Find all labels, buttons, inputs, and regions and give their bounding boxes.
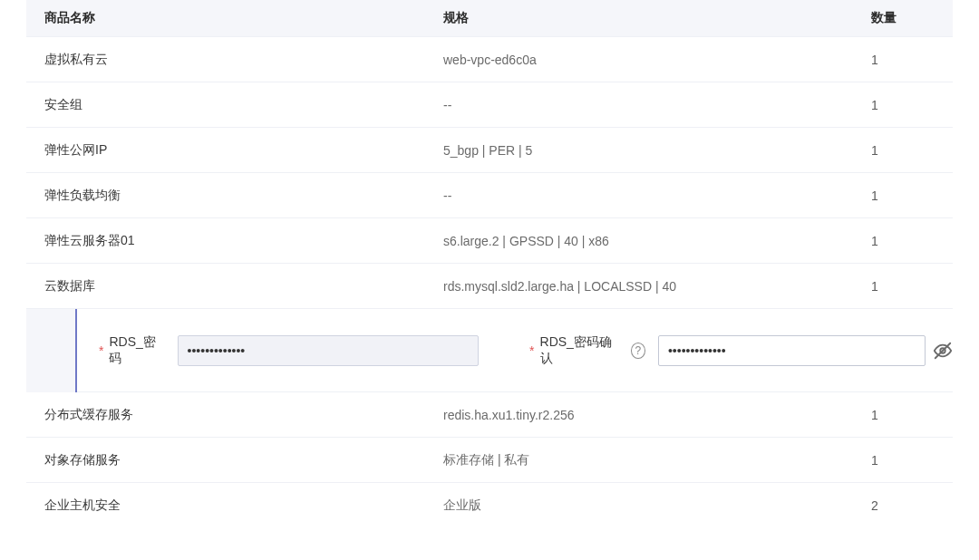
header-qty: 数量 bbox=[871, 10, 953, 26]
cell-spec: web-vpc-ed6c0a bbox=[443, 53, 871, 67]
product-table: 商品名称 规格 数量 虚拟私有云 web-vpc-ed6c0a 1 安全组 --… bbox=[26, 0, 953, 527]
cell-name: 弹性公网IP bbox=[26, 142, 443, 159]
cell-name: 弹性负载均衡 bbox=[26, 188, 443, 204]
expand-indent bbox=[26, 309, 75, 392]
cell-qty: 1 bbox=[871, 143, 953, 158]
table-row: 企业主机安全 企业版 2 bbox=[26, 482, 953, 527]
help-icon[interactable]: ? bbox=[631, 343, 645, 359]
eye-off-icon[interactable] bbox=[933, 341, 953, 361]
rds-password-panel: * RDS_密码 * RDS_密码确认 ? bbox=[26, 308, 953, 391]
cell-name: 分布式缓存服务 bbox=[26, 407, 443, 423]
cell-spec: 企业版 bbox=[443, 497, 871, 514]
cell-qty: 1 bbox=[871, 98, 953, 112]
rds-password-confirm-input[interactable] bbox=[658, 335, 926, 366]
cell-spec: s6.large.2 | GPSSD | 40 | x86 bbox=[443, 234, 871, 248]
table-header-row: 商品名称 规格 数量 bbox=[26, 0, 953, 36]
cell-qty: 1 bbox=[871, 279, 953, 294]
cell-qty: 1 bbox=[871, 188, 953, 203]
rds-password-label-text: RDS_密码 bbox=[109, 334, 160, 367]
cell-name: 企业主机安全 bbox=[26, 497, 443, 514]
table-row: 分布式缓存服务 redis.ha.xu1.tiny.r2.256 1 bbox=[26, 391, 953, 437]
cell-qty: 1 bbox=[871, 408, 953, 422]
table-row: 云数据库 rds.mysql.sld2.large.ha | LOCALSSD … bbox=[26, 263, 953, 308]
cell-spec: 5_bgp | PER | 5 bbox=[443, 143, 871, 158]
cell-qty: 1 bbox=[871, 53, 953, 67]
required-mark: * bbox=[529, 343, 534, 358]
rds-password-input[interactable] bbox=[178, 335, 479, 366]
cell-name: 弹性云服务器01 bbox=[26, 233, 443, 249]
cell-name: 虚拟私有云 bbox=[26, 52, 443, 68]
rds-password-confirm-label-text: RDS_密码确认 bbox=[540, 334, 615, 367]
cell-spec: 标准存储 | 私有 bbox=[443, 452, 871, 468]
table-row: 弹性负载均衡 -- 1 bbox=[26, 172, 953, 217]
cell-qty: 2 bbox=[871, 498, 953, 513]
header-name: 商品名称 bbox=[26, 10, 443, 26]
cell-qty: 1 bbox=[871, 453, 953, 468]
expand-body: * RDS_密码 * RDS_密码确认 ? bbox=[77, 334, 953, 367]
cell-name: 对象存储服务 bbox=[26, 452, 443, 468]
cell-spec: redis.ha.xu1.tiny.r2.256 bbox=[443, 408, 871, 422]
required-mark: * bbox=[99, 343, 103, 358]
table-row: 安全组 -- 1 bbox=[26, 82, 953, 127]
cell-spec: -- bbox=[443, 98, 871, 112]
rds-password-confirm-label: * RDS_密码确认 bbox=[529, 334, 618, 367]
cell-spec: -- bbox=[443, 188, 871, 203]
header-spec: 规格 bbox=[443, 10, 871, 26]
cell-name: 安全组 bbox=[26, 97, 443, 113]
cell-spec: rds.mysql.sld2.large.ha | LOCALSSD | 40 bbox=[443, 279, 871, 294]
cell-qty: 1 bbox=[871, 234, 953, 248]
table-row: 弹性公网IP 5_bgp | PER | 5 1 bbox=[26, 127, 953, 172]
table-row: 对象存储服务 标准存储 | 私有 1 bbox=[26, 437, 953, 482]
rds-password-label: * RDS_密码 bbox=[99, 334, 165, 367]
table-row: 虚拟私有云 web-vpc-ed6c0a 1 bbox=[26, 36, 953, 82]
cell-name: 云数据库 bbox=[26, 278, 443, 294]
table-row: 弹性云服务器01 s6.large.2 | GPSSD | 40 | x86 1 bbox=[26, 217, 953, 263]
